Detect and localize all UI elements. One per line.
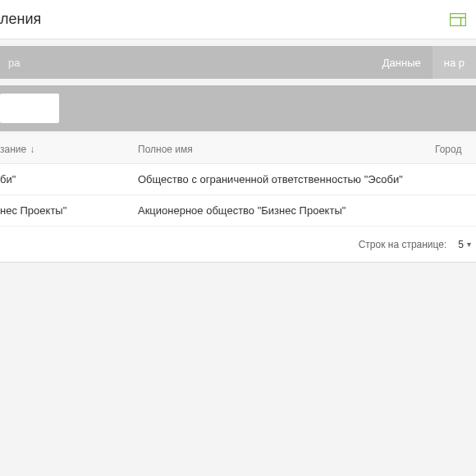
table-row[interactable]: би" Общество с ограниченной ответственно…	[0, 164, 476, 195]
filter-bar	[0, 85, 476, 131]
tab-na-r[interactable]: на р	[433, 46, 476, 79]
pagination-bar: Строк на странице: 5 ▾	[0, 227, 476, 263]
svg-rect-0	[451, 13, 466, 25]
data-table: зание ↓ Полное имя Город би" Общество с …	[0, 135, 476, 263]
cell-name: нес Проекты"	[0, 204, 138, 217]
sort-arrow-icon: ↓	[30, 144, 34, 155]
column-header-name[interactable]: зание ↓	[0, 144, 138, 155]
page-size-value: 5	[458, 239, 464, 250]
table-row[interactable]: нес Проекты" Акционерное общество "Бизне…	[0, 195, 476, 227]
rows-per-page-label: Строк на странице:	[359, 239, 447, 250]
cell-fullname: Акционерное общество "Бизнес Проекты"	[138, 204, 435, 217]
cell-name: би"	[0, 173, 138, 185]
tab-data[interactable]: Данные	[371, 46, 433, 79]
column-header-city[interactable]: Город	[435, 144, 476, 155]
cell-fullname: Общество с ограниченной ответственностью…	[138, 173, 435, 185]
column-header-name-label: зание	[0, 144, 26, 155]
caret-down-icon: ▾	[467, 240, 471, 249]
table-header: зание ↓ Полное имя Город	[0, 135, 476, 164]
header-bar: ления	[0, 0, 476, 39]
column-header-fullname[interactable]: Полное имя	[138, 144, 435, 155]
page-size-select[interactable]: 5 ▾	[458, 239, 471, 250]
tabs-bar: ра Данные на р	[0, 46, 476, 79]
tab-left-fragment: ра	[0, 57, 28, 69]
filter-input[interactable]	[0, 94, 59, 123]
page-title: ления	[0, 11, 41, 28]
table-layout-icon[interactable]	[450, 13, 466, 26]
